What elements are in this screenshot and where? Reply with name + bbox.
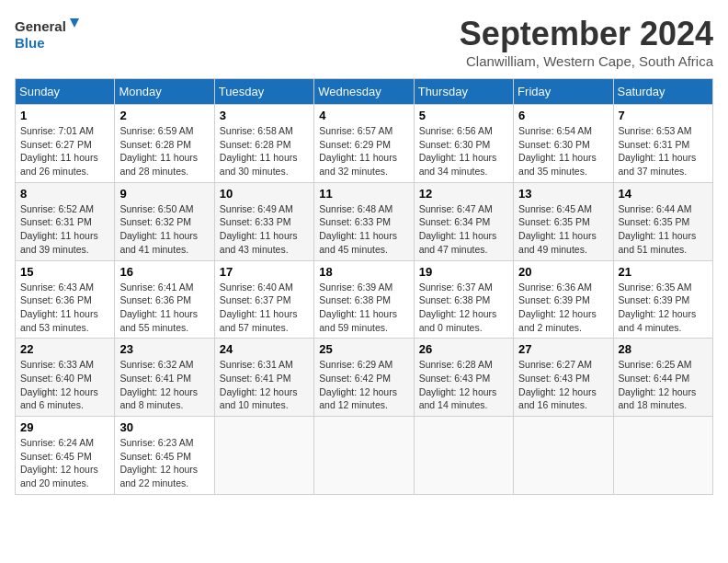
day-number: 8 [20, 187, 109, 201]
day-info: Sunrise: 6:50 AM Sunset: 6:32 PM Dayligh… [119, 202, 209, 257]
calendar-cell: 3Sunrise: 6:58 AM Sunset: 6:28 PM Daylig… [214, 105, 313, 183]
calendar-cell: 8Sunrise: 6:52 AM Sunset: 6:31 PM Daylig… [16, 182, 115, 260]
day-info: Sunrise: 6:31 AM Sunset: 6:41 PM Dayligh… [220, 358, 309, 412]
calendar-cell: 14Sunrise: 6:44 AM Sunset: 6:35 PM Dayli… [613, 182, 712, 260]
day-number: 10 [220, 187, 309, 201]
day-number: 27 [518, 342, 608, 356]
day-info: Sunrise: 6:35 AM Sunset: 6:39 PM Dayligh… [619, 281, 708, 335]
calendar-cell: 19Sunrise: 6:37 AM Sunset: 6:38 PM Dayli… [414, 260, 513, 339]
header-tuesday: Tuesday [214, 79, 313, 105]
day-number: 5 [419, 109, 508, 122]
day-info: Sunrise: 6:44 AM Sunset: 6:35 PM Dayligh… [619, 202, 708, 257]
calendar-cell [414, 417, 513, 495]
day-info: Sunrise: 6:23 AM Sunset: 6:45 PM Dayligh… [119, 436, 209, 490]
day-info: Sunrise: 6:28 AM Sunset: 6:43 PM Dayligh… [419, 358, 508, 412]
day-number: 7 [619, 109, 708, 122]
calendar-cell: 22Sunrise: 6:33 AM Sunset: 6:40 PM Dayli… [16, 339, 115, 417]
day-number: 1 [20, 109, 109, 122]
svg-text:General: General [15, 18, 66, 34]
day-info: Sunrise: 6:29 AM Sunset: 6:42 PM Dayligh… [319, 358, 408, 412]
day-info: Sunrise: 6:39 AM Sunset: 6:38 PM Dayligh… [319, 281, 408, 335]
calendar-cell: 28Sunrise: 6:25 AM Sunset: 6:44 PM Dayli… [613, 339, 712, 417]
calendar-cell: 16Sunrise: 6:41 AM Sunset: 6:36 PM Dayli… [115, 260, 214, 339]
calendar-cell [314, 417, 414, 495]
calendar-cell: 9Sunrise: 6:50 AM Sunset: 6:32 PM Daylig… [115, 182, 214, 260]
calendar-header-row: Sunday Monday Tuesday Wednesday Thursday… [16, 79, 713, 105]
calendar-cell: 12Sunrise: 6:47 AM Sunset: 6:34 PM Dayli… [414, 182, 513, 260]
day-info: Sunrise: 6:41 AM Sunset: 6:36 PM Dayligh… [119, 281, 209, 335]
calendar-cell: 29Sunrise: 6:24 AM Sunset: 6:45 PM Dayli… [16, 417, 115, 495]
calendar-table: Sunday Monday Tuesday Wednesday Thursday… [15, 78, 713, 495]
day-info: Sunrise: 6:47 AM Sunset: 6:34 PM Dayligh… [419, 202, 508, 257]
calendar-cell: 2Sunrise: 6:59 AM Sunset: 6:28 PM Daylig… [115, 105, 214, 183]
calendar-cell: 21Sunrise: 6:35 AM Sunset: 6:39 PM Dayli… [613, 260, 712, 339]
day-number: 6 [518, 109, 608, 122]
week-row-4: 22Sunrise: 6:33 AM Sunset: 6:40 PM Dayli… [16, 339, 713, 417]
day-info: Sunrise: 6:52 AM Sunset: 6:31 PM Dayligh… [20, 202, 109, 257]
week-row-3: 15Sunrise: 6:43 AM Sunset: 6:36 PM Dayli… [16, 260, 713, 339]
day-number: 3 [220, 109, 309, 122]
day-number: 22 [20, 342, 109, 356]
day-info: Sunrise: 6:40 AM Sunset: 6:37 PM Dayligh… [220, 281, 309, 335]
day-number: 23 [119, 342, 209, 356]
calendar-cell: 24Sunrise: 6:31 AM Sunset: 6:41 PM Dayli… [214, 339, 313, 417]
day-number: 20 [518, 265, 608, 279]
calendar-cell: 10Sunrise: 6:49 AM Sunset: 6:33 PM Dayli… [214, 182, 313, 260]
calendar-cell: 6Sunrise: 6:54 AM Sunset: 6:30 PM Daylig… [514, 105, 613, 183]
day-number: 15 [20, 265, 109, 279]
month-title: September 2024 [460, 15, 713, 53]
week-row-2: 8Sunrise: 6:52 AM Sunset: 6:31 PM Daylig… [16, 182, 713, 260]
day-number: 29 [20, 420, 109, 434]
calendar-cell: 20Sunrise: 6:36 AM Sunset: 6:39 PM Dayli… [514, 260, 613, 339]
day-number: 12 [419, 187, 508, 201]
day-info: Sunrise: 6:25 AM Sunset: 6:44 PM Dayligh… [619, 358, 708, 412]
day-number: 19 [419, 265, 508, 279]
day-number: 17 [220, 265, 309, 279]
day-info: Sunrise: 6:56 AM Sunset: 6:30 PM Dayligh… [419, 124, 508, 178]
day-number: 4 [319, 109, 408, 122]
day-info: Sunrise: 7:01 AM Sunset: 6:27 PM Dayligh… [20, 124, 109, 178]
day-info: Sunrise: 6:53 AM Sunset: 6:31 PM Dayligh… [619, 124, 708, 178]
calendar-cell: 18Sunrise: 6:39 AM Sunset: 6:38 PM Dayli… [314, 260, 414, 339]
svg-text:Blue: Blue [15, 35, 45, 51]
calendar-cell: 23Sunrise: 6:32 AM Sunset: 6:41 PM Dayli… [115, 339, 214, 417]
week-row-5: 29Sunrise: 6:24 AM Sunset: 6:45 PM Dayli… [16, 417, 713, 495]
day-info: Sunrise: 6:32 AM Sunset: 6:41 PM Dayligh… [119, 358, 209, 412]
calendar-cell: 30Sunrise: 6:23 AM Sunset: 6:45 PM Dayli… [115, 417, 214, 495]
day-number: 28 [619, 342, 708, 356]
day-number: 2 [119, 109, 209, 122]
calendar-cell: 13Sunrise: 6:45 AM Sunset: 6:35 PM Dayli… [514, 182, 613, 260]
day-info: Sunrise: 6:54 AM Sunset: 6:30 PM Dayligh… [518, 124, 608, 178]
day-number: 9 [119, 187, 209, 201]
day-number: 26 [419, 342, 508, 356]
calendar-cell [214, 417, 313, 495]
day-number: 30 [119, 420, 209, 434]
day-number: 18 [319, 265, 408, 279]
day-number: 11 [319, 187, 408, 201]
day-info: Sunrise: 6:33 AM Sunset: 6:40 PM Dayligh… [20, 358, 109, 412]
day-info: Sunrise: 6:24 AM Sunset: 6:45 PM Dayligh… [20, 436, 109, 490]
day-info: Sunrise: 6:43 AM Sunset: 6:36 PM Dayligh… [20, 281, 109, 335]
calendar-cell [613, 417, 712, 495]
week-row-1: 1Sunrise: 7:01 AM Sunset: 6:27 PM Daylig… [16, 105, 713, 183]
page-header: General Blue September 2024 Clanwilliam,… [15, 15, 713, 69]
day-info: Sunrise: 6:59 AM Sunset: 6:28 PM Dayligh… [119, 124, 209, 178]
calendar-cell [514, 417, 613, 495]
day-number: 24 [220, 342, 309, 356]
calendar-cell: 1Sunrise: 7:01 AM Sunset: 6:27 PM Daylig… [16, 105, 115, 183]
calendar-cell: 4Sunrise: 6:57 AM Sunset: 6:29 PM Daylig… [314, 105, 414, 183]
day-number: 21 [619, 265, 708, 279]
header-monday: Monday [115, 79, 214, 105]
day-number: 14 [619, 187, 708, 201]
logo: General Blue [15, 15, 79, 55]
calendar-cell: 15Sunrise: 6:43 AM Sunset: 6:36 PM Dayli… [16, 260, 115, 339]
header-friday: Friday [514, 79, 613, 105]
calendar-cell: 7Sunrise: 6:53 AM Sunset: 6:31 PM Daylig… [613, 105, 712, 183]
day-info: Sunrise: 6:58 AM Sunset: 6:28 PM Dayligh… [220, 124, 309, 178]
header-wednesday: Wednesday [314, 79, 414, 105]
calendar-cell: 26Sunrise: 6:28 AM Sunset: 6:43 PM Dayli… [414, 339, 513, 417]
day-info: Sunrise: 6:37 AM Sunset: 6:38 PM Dayligh… [419, 281, 508, 335]
day-info: Sunrise: 6:36 AM Sunset: 6:39 PM Dayligh… [518, 281, 608, 335]
location-subtitle: Clanwilliam, Western Cape, South Africa [460, 53, 713, 69]
day-info: Sunrise: 6:48 AM Sunset: 6:33 PM Dayligh… [319, 202, 408, 257]
